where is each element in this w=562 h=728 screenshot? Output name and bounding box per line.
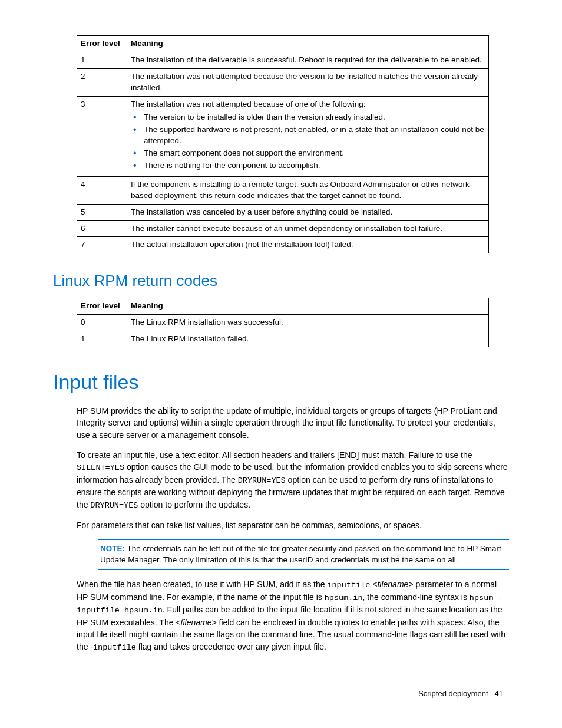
footer-page: 41 xyxy=(495,689,503,698)
table-row: 5 The installation was canceled by a use… xyxy=(77,204,489,220)
list-item: The supported hardware is not present, n… xyxy=(141,124,485,147)
bullet-list: The version to be installed is older tha… xyxy=(131,112,485,171)
table-row: 2 The installation was not attempted bec… xyxy=(77,68,489,96)
note-text: The credentials can be left out of the f… xyxy=(100,544,501,564)
italic-text: <filename> xyxy=(176,618,216,627)
cell-level: 7 xyxy=(77,237,127,253)
text: To create an input file, use a text edit… xyxy=(77,450,472,460)
note-box: NOTE: The credentials can be left out of… xyxy=(98,539,509,570)
paragraph: When the file has been created, to use i… xyxy=(77,578,509,653)
footer-section: Scripted deployment xyxy=(418,689,488,698)
heading-rpm: Linux RPM return codes xyxy=(53,270,509,291)
paragraph: For parameters that can take list values… xyxy=(77,519,509,531)
cell-meaning: The installation was not attempted becau… xyxy=(127,68,489,96)
th-meaning: Meaning xyxy=(127,298,489,314)
paragraph: HP SUM provides the ability to script th… xyxy=(77,405,509,441)
cell-level: 5 xyxy=(77,204,127,220)
cell-level: 1 xyxy=(77,331,127,347)
table-row: 1 The Linux RPM installation failed. xyxy=(77,331,489,347)
note-label: NOTE: xyxy=(100,544,125,553)
code-text: inputfile xyxy=(93,643,136,652)
table-row: 6 The installer cannot execute because o… xyxy=(77,220,489,237)
list-item: The version to be installed is older tha… xyxy=(141,112,485,123)
cell-level: 4 xyxy=(77,176,127,204)
code-text: inputfile xyxy=(327,581,370,589)
code-text: hpsum.in xyxy=(325,594,363,602)
th-meaning: Meaning xyxy=(127,36,489,52)
table-row: 3 The installation was not attempted bec… xyxy=(77,96,489,176)
code-text: DRYRUN=YES xyxy=(238,476,286,485)
cell-meaning: If the component is installing to a remo… xyxy=(127,176,489,204)
table-row: 0 The Linux RPM installation was success… xyxy=(77,314,489,331)
cell-meaning: The Linux RPM installation was successfu… xyxy=(127,314,489,331)
table-row: 1 The installation of the deliverable is… xyxy=(77,52,489,68)
error-level-table: Error level Meaning 1 The installation o… xyxy=(77,35,489,253)
list-item: The smart component does not support the… xyxy=(141,148,485,159)
cell-meaning: The installation of the deliverable is s… xyxy=(127,52,489,68)
paragraph: To create an input file, use a text edit… xyxy=(77,449,509,511)
table-row: 7 The actual installation operation (not… xyxy=(77,237,489,253)
text: When the file has been created, to use i… xyxy=(77,579,327,589)
cell-level: 0 xyxy=(77,314,127,331)
cell-level: 3 xyxy=(77,96,127,176)
cell-level: 2 xyxy=(77,68,127,96)
cell-meaning: The actual installation operation (not t… xyxy=(127,237,489,253)
cell-level: 1 xyxy=(77,52,127,68)
cell-meaning: The installation was canceled by a user … xyxy=(127,204,489,220)
cell-level: 6 xyxy=(77,220,127,237)
code-text: SILENT=YES xyxy=(77,463,124,472)
code-text: DRYRUN=YES xyxy=(90,501,138,510)
rpm-table: Error level Meaning 0 The Linux RPM inst… xyxy=(77,298,489,348)
cell-meaning: The installer cannot execute because of … xyxy=(127,220,489,237)
text: option to perform the updates. xyxy=(138,500,250,509)
cell-meaning: The Linux RPM installation failed. xyxy=(127,331,489,347)
text: flag and takes precedence over any given… xyxy=(136,642,326,651)
italic-text: <filename> xyxy=(372,579,413,589)
th-error-level: Error level xyxy=(77,36,127,52)
text: , the command-line syntax is xyxy=(363,592,470,602)
heading-input-files: Input files xyxy=(53,368,509,397)
list-item: There is nothing for the component to ac… xyxy=(141,160,485,172)
table-row: 4 If the component is installing to a re… xyxy=(77,176,489,204)
cell-intro: The installation was not attempted becau… xyxy=(131,100,366,108)
page-footer: Scripted deployment 41 xyxy=(53,689,509,699)
th-error-level: Error level xyxy=(77,298,127,314)
cell-meaning: The installation was not attempted becau… xyxy=(127,96,489,176)
